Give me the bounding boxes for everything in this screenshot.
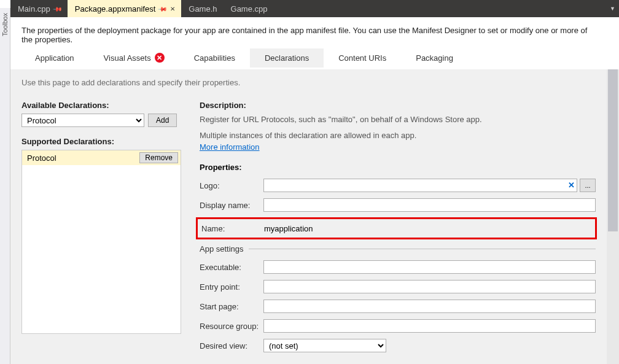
description-heading: Description: [200, 101, 596, 110]
clear-icon[interactable]: ✕ [568, 180, 575, 190]
remove-button[interactable]: Remove [139, 152, 178, 163]
manifest-tab-declarations[interactable]: Declarations [250, 48, 324, 68]
entry-point-label: Entry point: [200, 282, 263, 292]
add-button[interactable]: Add [148, 114, 177, 127]
description-line2: Multiple instances of this declaration a… [200, 130, 596, 142]
document-tab-bar: Main.cpp 📌 Package.appxmanifest 📌 ✕ Game… [10, 0, 619, 17]
display-name-label: Display name: [200, 201, 263, 210]
start-page-label: Start page: [200, 302, 263, 311]
manifest-tab-label: Declarations [265, 53, 309, 63]
manifest-tab-visual-assets[interactable]: Visual Assets ✕ [89, 48, 179, 68]
manifest-tab-label: Capabilities [194, 53, 235, 63]
executable-input[interactable] [263, 260, 596, 274]
tab-package-appxmanifest[interactable]: Package.appxmanifest 📌 ✕ [68, 0, 182, 17]
resource-group-input[interactable] [263, 319, 596, 333]
description-line1: Register for URL Protocols, such as "mai… [200, 114, 596, 126]
start-page-input[interactable] [263, 300, 596, 313]
more-information-link[interactable]: More information [200, 142, 260, 152]
manifest-tab-label: Packaging [416, 53, 453, 63]
toolbox-sidebar[interactable]: Toolbox [0, 8, 10, 364]
manifest-tab-label: Application [35, 53, 74, 63]
executable-label: Executable: [200, 263, 263, 272]
logo-input[interactable] [263, 179, 577, 192]
tab-main-cpp[interactable]: Main.cpp 📌 [10, 0, 68, 17]
tab-game-cpp[interactable]: Game.cpp [224, 0, 274, 17]
toolbox-label: Toolbox [1, 13, 9, 36]
tab-label: Package.appxmanifest [75, 4, 156, 14]
properties-heading: Properties: [200, 163, 596, 172]
name-row-highlight: Name: [196, 217, 597, 239]
tab-bar-controls: ▼ [610, 0, 619, 17]
name-input[interactable] [262, 222, 594, 235]
manifest-description-text: The properties of the deployment package… [21, 26, 587, 44]
pin-icon: 📌 [158, 4, 168, 14]
tab-game-h[interactable]: Game.h [181, 0, 223, 17]
close-icon[interactable]: ✕ [170, 6, 175, 12]
page-intro-text: Use this page to add declarations and sp… [21, 78, 596, 87]
supported-declarations-list: Protocol Remove [21, 150, 181, 334]
desired-view-dropdown[interactable]: (not set) [263, 339, 386, 352]
browse-button[interactable]: ... [580, 179, 596, 192]
manifest-tab-application[interactable]: Application [20, 48, 89, 68]
manifest-tab-label: Content URIs [338, 53, 386, 63]
supported-declarations-heading: Supported Declarations: [21, 137, 181, 146]
available-declarations-dropdown[interactable]: Protocol [21, 114, 144, 127]
tab-overflow-icon[interactable]: ▼ [610, 6, 615, 12]
resource-group-label: Resource group: [200, 322, 263, 331]
tab-label: Game.h [189, 4, 217, 14]
pin-icon: 📌 [53, 4, 63, 14]
scrollbar-thumb[interactable] [608, 69, 618, 231]
declarations-page: Use this page to add declarations and sp… [10, 69, 607, 364]
vertical-scrollbar[interactable] [607, 69, 619, 364]
available-declarations-heading: Available Declarations: [21, 101, 181, 110]
declarations-right-column: Description: Register for URL Protocols,… [200, 101, 596, 358]
error-icon: ✕ [155, 53, 165, 63]
manifest-tab-label: Visual Assets [104, 53, 151, 63]
divider-line [249, 249, 596, 249]
name-label: Name: [201, 224, 262, 233]
declarations-left-column: Available Declarations: Protocol Add Sup… [21, 101, 181, 358]
display-name-input[interactable] [263, 198, 596, 212]
manifest-tab-packaging[interactable]: Packaging [401, 48, 468, 68]
supported-declaration-item[interactable]: Protocol Remove [22, 150, 181, 165]
desired-view-label: Desired view: [200, 341, 263, 350]
manifest-tab-strip: Application Visual Assets ✕ Capabilities… [10, 46, 607, 69]
supported-declaration-label: Protocol [27, 153, 56, 163]
app-settings-divider-label: App settings [200, 244, 244, 254]
entry-point-input[interactable] [263, 280, 596, 293]
tab-label: Game.cpp [231, 4, 268, 14]
logo-label: Logo: [200, 181, 263, 190]
tab-label: Main.cpp [18, 4, 50, 14]
manifest-tab-content-uris[interactable]: Content URIs [324, 48, 401, 68]
manifest-tab-capabilities[interactable]: Capabilities [179, 48, 250, 68]
